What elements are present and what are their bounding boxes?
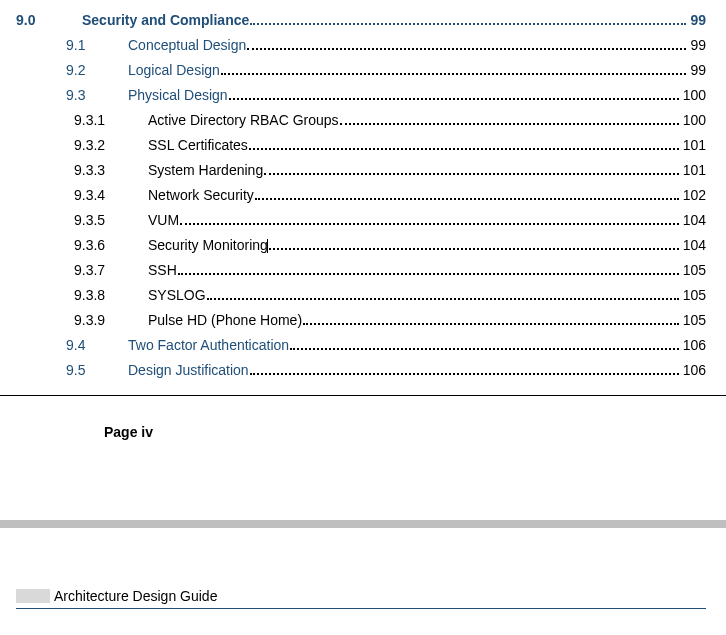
toc-page-number: 102 xyxy=(683,185,706,206)
toc-entry[interactable]: 9.1Conceptual Design99 xyxy=(66,35,706,56)
toc-leader-dots xyxy=(229,90,679,100)
toc-page-2: 9.6Summary and Design Decisions106 xyxy=(0,609,726,635)
toc-leader-dots xyxy=(290,340,679,350)
toc-number: 9.3.9 xyxy=(74,310,148,331)
divider xyxy=(0,395,726,396)
toc-number: 9.3.1 xyxy=(74,110,148,131)
toc-page-number: 100 xyxy=(683,110,706,131)
toc-page-1: 9.0Security and Compliance999.1Conceptua… xyxy=(0,0,726,381)
guide-header: Architecture Design Guide xyxy=(0,588,726,604)
toc-entry[interactable]: 9.3.2SSL Certificates101 xyxy=(74,135,706,156)
toc-number: 9.5 xyxy=(66,360,128,381)
toc-title: Security and Compliance xyxy=(82,10,249,31)
toc-title: Two Factor Authentication xyxy=(128,335,289,356)
toc-title: System Hardening xyxy=(148,160,263,181)
toc-entry[interactable]: 9.3.6Security Monitoring104 xyxy=(74,235,706,256)
toc-title: SYSLOG xyxy=(148,285,206,306)
page-number-marker: Page iv xyxy=(104,424,726,440)
guide-title: Architecture Design Guide xyxy=(54,588,217,604)
toc-number: 9.3.3 xyxy=(74,160,148,181)
toc-entry[interactable]: 9.3.8SYSLOG105 xyxy=(74,285,706,306)
toc-title: SSL Certificates xyxy=(148,135,248,156)
toc-page-number: 99 xyxy=(690,35,706,56)
logo-placeholder xyxy=(16,589,50,603)
toc-number: 9.3.7 xyxy=(74,260,148,281)
toc-page-number: 105 xyxy=(683,285,706,306)
toc-entry[interactable]: 9.5Design Justification106 xyxy=(66,360,706,381)
toc-page-number: 106 xyxy=(683,360,706,381)
toc-leader-dots xyxy=(247,40,686,50)
toc-page-number: 105 xyxy=(683,260,706,281)
toc-leader-dots xyxy=(340,115,679,125)
toc-number: 9.0 xyxy=(16,10,82,31)
toc-number: 9.1 xyxy=(66,35,128,56)
toc-leader-dots xyxy=(303,315,679,325)
toc-page-number: 106 xyxy=(683,335,706,356)
toc-number: 9.4 xyxy=(66,335,128,356)
toc-number: 9.2 xyxy=(66,60,128,81)
toc-leader-dots xyxy=(249,140,679,150)
toc-page-number: 105 xyxy=(683,310,706,331)
toc-entry[interactable]: 9.3.1Active Directory RBAC Groups100 xyxy=(74,110,706,131)
toc-entry[interactable]: 9.0Security and Compliance99 xyxy=(16,10,706,31)
toc-leader-dots xyxy=(255,190,679,200)
toc-title: Active Directory RBAC Groups xyxy=(148,110,339,131)
toc-leader-dots xyxy=(250,365,679,375)
toc-number: 9.3.6 xyxy=(74,235,148,256)
toc-page-number: 99 xyxy=(690,10,706,31)
toc-leader-dots xyxy=(180,215,679,225)
toc-leader-dots xyxy=(250,15,686,25)
toc-entry[interactable]: 9.2Logical Design99 xyxy=(66,60,706,81)
toc-number: 9.3.5 xyxy=(74,210,148,231)
toc-entry[interactable]: 9.3.9Pulse HD (Phone Home)105 xyxy=(74,310,706,331)
toc-page-number: 99 xyxy=(690,60,706,81)
toc-entry[interactable]: 9.3.5VUM104 xyxy=(74,210,706,231)
toc-entry[interactable]: 9.3.7SSH105 xyxy=(74,260,706,281)
toc-title: Conceptual Design xyxy=(128,35,246,56)
toc-page-number: 101 xyxy=(683,135,706,156)
toc-page-number: 104 xyxy=(683,235,706,256)
toc-page-number: 104 xyxy=(683,210,706,231)
toc-title: VUM xyxy=(148,210,179,231)
toc-leader-dots xyxy=(269,240,679,250)
toc-page-number: 101 xyxy=(683,160,706,181)
toc-title: Physical Design xyxy=(128,85,228,106)
toc-title: Design Justification xyxy=(128,360,249,381)
toc-number: 9.3.4 xyxy=(74,185,148,206)
toc-title: Security Monitoring xyxy=(148,235,268,256)
spacer xyxy=(0,440,726,520)
toc-entry[interactable]: 9.3Physical Design100 xyxy=(66,85,706,106)
text-cursor xyxy=(267,239,268,253)
page-separator xyxy=(0,520,726,528)
toc-leader-dots xyxy=(178,265,679,275)
toc-leader-dots xyxy=(264,165,678,175)
toc-title: Network Security xyxy=(148,185,254,206)
toc-page-number: 100 xyxy=(683,85,706,106)
toc-number: 9.3.8 xyxy=(74,285,148,306)
toc-title: SSH xyxy=(148,260,177,281)
toc-entry[interactable]: 9.4Two Factor Authentication106 xyxy=(66,335,706,356)
toc-entry[interactable]: 9.3.4Network Security102 xyxy=(74,185,706,206)
toc-entry[interactable]: 9.3.3System Hardening101 xyxy=(74,160,706,181)
toc-leader-dots xyxy=(207,290,679,300)
toc-title: Pulse HD (Phone Home) xyxy=(148,310,302,331)
toc-title: Logical Design xyxy=(128,60,220,81)
toc-number: 9.3.2 xyxy=(74,135,148,156)
spacer xyxy=(0,528,726,588)
toc-number: 9.3 xyxy=(66,85,128,106)
toc-leader-dots xyxy=(221,65,687,75)
